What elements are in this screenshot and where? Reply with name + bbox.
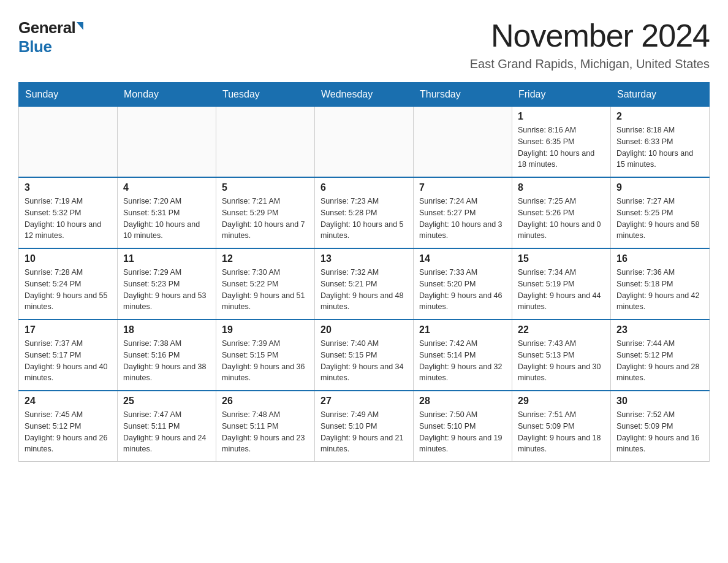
calendar-cell: 28Sunrise: 7:50 AMSunset: 5:10 PMDayligh… <box>414 391 512 462</box>
day-number: 2 <box>616 111 703 122</box>
day-number: 7 <box>419 182 506 193</box>
day-info: Sunrise: 7:28 AMSunset: 5:24 PMDaylight:… <box>25 267 112 313</box>
day-number: 30 <box>616 396 703 407</box>
calendar-cell: 10Sunrise: 7:28 AMSunset: 5:24 PMDayligh… <box>19 248 118 320</box>
col-header-monday: Monday <box>118 83 216 107</box>
calendar-cell: 29Sunrise: 7:51 AMSunset: 5:09 PMDayligh… <box>512 391 611 462</box>
calendar-cell: 12Sunrise: 7:30 AMSunset: 5:22 PMDayligh… <box>216 248 315 320</box>
calendar-cell: 30Sunrise: 7:52 AMSunset: 5:09 PMDayligh… <box>611 391 710 462</box>
calendar-cell: 4Sunrise: 7:20 AMSunset: 5:31 PMDaylight… <box>118 177 216 248</box>
day-info: Sunrise: 7:29 AMSunset: 5:23 PMDaylight:… <box>123 267 210 313</box>
day-info: Sunrise: 7:39 AMSunset: 5:15 PMDaylight:… <box>222 338 309 384</box>
day-number: 12 <box>222 253 309 264</box>
day-info: Sunrise: 7:38 AMSunset: 5:16 PMDaylight:… <box>123 338 210 384</box>
day-info: Sunrise: 7:27 AMSunset: 5:25 PMDaylight:… <box>616 196 703 242</box>
calendar-cell: 18Sunrise: 7:38 AMSunset: 5:16 PMDayligh… <box>118 320 216 391</box>
day-info: Sunrise: 7:48 AMSunset: 5:11 PMDaylight:… <box>222 409 309 455</box>
day-info: Sunrise: 7:37 AMSunset: 5:17 PMDaylight:… <box>25 338 112 384</box>
day-info: Sunrise: 7:25 AMSunset: 5:26 PMDaylight:… <box>518 196 605 242</box>
calendar-cell: 1Sunrise: 8:16 AMSunset: 6:35 PMDaylight… <box>512 107 611 178</box>
calendar-cell: 13Sunrise: 7:32 AMSunset: 5:21 PMDayligh… <box>315 248 414 320</box>
calendar-cell: 5Sunrise: 7:21 AMSunset: 5:29 PMDaylight… <box>216 177 315 248</box>
day-info: Sunrise: 8:16 AMSunset: 6:35 PMDaylight:… <box>518 124 605 170</box>
week-row-3: 10Sunrise: 7:28 AMSunset: 5:24 PMDayligh… <box>19 248 710 320</box>
day-number: 14 <box>419 253 506 264</box>
day-number: 3 <box>25 182 112 193</box>
calendar-cell: 7Sunrise: 7:24 AMSunset: 5:27 PMDaylight… <box>414 177 512 248</box>
day-number: 29 <box>518 396 605 407</box>
day-number: 19 <box>222 324 309 335</box>
day-number: 20 <box>320 324 408 335</box>
week-row-4: 17Sunrise: 7:37 AMSunset: 5:17 PMDayligh… <box>19 320 710 391</box>
day-info: Sunrise: 7:44 AMSunset: 5:12 PMDaylight:… <box>616 338 703 384</box>
day-info: Sunrise: 7:30 AMSunset: 5:22 PMDaylight:… <box>222 267 309 313</box>
day-info: Sunrise: 7:43 AMSunset: 5:13 PMDaylight:… <box>518 338 605 384</box>
calendar-cell: 19Sunrise: 7:39 AMSunset: 5:15 PMDayligh… <box>216 320 315 391</box>
day-info: Sunrise: 7:52 AMSunset: 5:09 PMDaylight:… <box>616 409 703 455</box>
calendar-cell: 11Sunrise: 7:29 AMSunset: 5:23 PMDayligh… <box>118 248 216 320</box>
day-number: 16 <box>616 253 703 264</box>
calendar-cell <box>216 107 315 178</box>
calendar-cell: 17Sunrise: 7:37 AMSunset: 5:17 PMDayligh… <box>19 320 118 391</box>
day-info: Sunrise: 7:51 AMSunset: 5:09 PMDaylight:… <box>518 409 605 455</box>
col-header-thursday: Thursday <box>414 83 512 107</box>
calendar-cell <box>315 107 414 178</box>
day-number: 11 <box>123 253 210 264</box>
header: General Blue November 2024 East Grand Ra… <box>18 18 710 71</box>
day-info: Sunrise: 7:23 AMSunset: 5:28 PMDaylight:… <box>320 196 408 242</box>
calendar-cell: 24Sunrise: 7:45 AMSunset: 5:12 PMDayligh… <box>19 391 118 462</box>
day-number: 17 <box>25 324 112 335</box>
day-number: 10 <box>25 253 112 264</box>
day-info: Sunrise: 7:42 AMSunset: 5:14 PMDaylight:… <box>419 338 506 384</box>
day-number: 5 <box>222 182 309 193</box>
week-row-2: 3Sunrise: 7:19 AMSunset: 5:32 PMDaylight… <box>19 177 710 248</box>
day-info: Sunrise: 7:47 AMSunset: 5:11 PMDaylight:… <box>123 409 210 455</box>
day-info: Sunrise: 7:21 AMSunset: 5:29 PMDaylight:… <box>222 196 309 242</box>
day-info: Sunrise: 7:50 AMSunset: 5:10 PMDaylight:… <box>419 409 506 455</box>
day-number: 28 <box>419 396 506 407</box>
day-number: 15 <box>518 253 605 264</box>
day-info: Sunrise: 7:34 AMSunset: 5:19 PMDaylight:… <box>518 267 605 313</box>
day-number: 22 <box>518 324 605 335</box>
day-info: Sunrise: 7:19 AMSunset: 5:32 PMDaylight:… <box>25 196 112 242</box>
calendar-cell <box>118 107 216 178</box>
logo: General Blue <box>18 18 83 56</box>
calendar-table: SundayMondayTuesdayWednesdayThursdayFrid… <box>18 82 710 462</box>
day-number: 25 <box>123 396 210 407</box>
calendar-cell: 25Sunrise: 7:47 AMSunset: 5:11 PMDayligh… <box>118 391 216 462</box>
calendar-cell <box>414 107 512 178</box>
col-header-friday: Friday <box>512 83 611 107</box>
day-info: Sunrise: 7:33 AMSunset: 5:20 PMDaylight:… <box>419 267 506 313</box>
day-number: 1 <box>518 111 605 122</box>
col-header-tuesday: Tuesday <box>216 83 315 107</box>
day-info: Sunrise: 7:49 AMSunset: 5:10 PMDaylight:… <box>320 409 408 455</box>
title-area: November 2024 East Grand Rapids, Michiga… <box>470 18 710 71</box>
day-number: 23 <box>616 324 703 335</box>
calendar-cell: 27Sunrise: 7:49 AMSunset: 5:10 PMDayligh… <box>315 391 414 462</box>
calendar-cell: 14Sunrise: 7:33 AMSunset: 5:20 PMDayligh… <box>414 248 512 320</box>
day-info: Sunrise: 7:20 AMSunset: 5:31 PMDaylight:… <box>123 196 210 242</box>
day-number: 27 <box>320 396 408 407</box>
calendar-cell: 21Sunrise: 7:42 AMSunset: 5:14 PMDayligh… <box>414 320 512 391</box>
week-row-5: 24Sunrise: 7:45 AMSunset: 5:12 PMDayligh… <box>19 391 710 462</box>
calendar-cell: 8Sunrise: 7:25 AMSunset: 5:26 PMDaylight… <box>512 177 611 248</box>
col-header-sunday: Sunday <box>19 83 118 107</box>
day-info: Sunrise: 7:45 AMSunset: 5:12 PMDaylight:… <box>25 409 112 455</box>
day-number: 24 <box>25 396 112 407</box>
calendar-cell: 22Sunrise: 7:43 AMSunset: 5:13 PMDayligh… <box>512 320 611 391</box>
calendar-cell: 15Sunrise: 7:34 AMSunset: 5:19 PMDayligh… <box>512 248 611 320</box>
col-header-wednesday: Wednesday <box>315 83 414 107</box>
day-number: 13 <box>320 253 408 264</box>
day-number: 26 <box>222 396 309 407</box>
logo-arrow-icon <box>77 22 83 30</box>
day-info: Sunrise: 7:36 AMSunset: 5:18 PMDaylight:… <box>616 267 703 313</box>
page-subtitle: East Grand Rapids, Michigan, United Stat… <box>470 57 710 71</box>
calendar-cell: 20Sunrise: 7:40 AMSunset: 5:15 PMDayligh… <box>315 320 414 391</box>
calendar-cell: 6Sunrise: 7:23 AMSunset: 5:28 PMDaylight… <box>315 177 414 248</box>
calendar-cell: 3Sunrise: 7:19 AMSunset: 5:32 PMDaylight… <box>19 177 118 248</box>
day-info: Sunrise: 7:40 AMSunset: 5:15 PMDaylight:… <box>320 338 408 384</box>
page-title: November 2024 <box>470 18 710 53</box>
day-info: Sunrise: 7:32 AMSunset: 5:21 PMDaylight:… <box>320 267 408 313</box>
calendar-cell: 9Sunrise: 7:27 AMSunset: 5:25 PMDaylight… <box>611 177 710 248</box>
week-row-1: 1Sunrise: 8:16 AMSunset: 6:35 PMDaylight… <box>19 107 710 178</box>
